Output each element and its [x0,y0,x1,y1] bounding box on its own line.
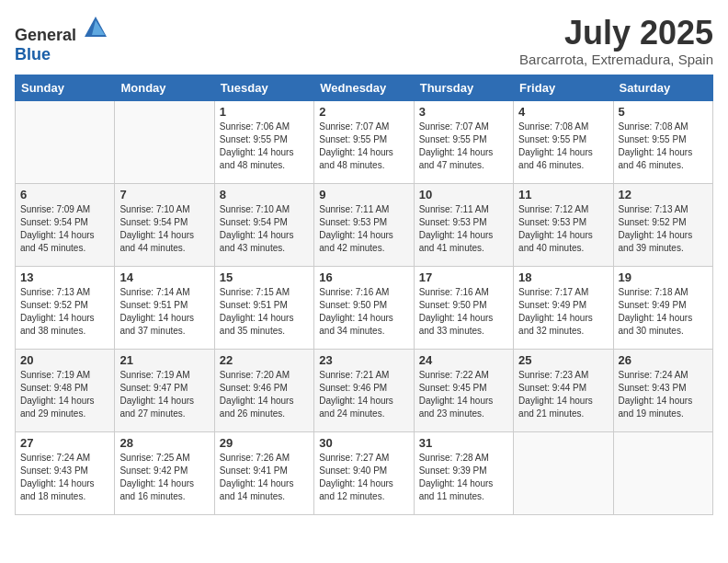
day-info: Sunrise: 7:17 AMSunset: 9:49 PMDaylight:… [518,286,608,338]
day-number: 8 [220,188,309,201]
calendar-cell: 8Sunrise: 7:10 AMSunset: 9:54 PMDaylight… [214,183,313,266]
day-number: 30 [319,436,408,450]
day-number: 10 [419,188,508,201]
day-number: 25 [518,353,608,367]
day-number: 2 [319,105,408,119]
day-header-monday: Monday [115,75,214,100]
day-info: Sunrise: 7:24 AMSunset: 9:43 PMDaylight:… [619,369,708,420]
day-info: Sunrise: 7:13 AMSunset: 9:52 PMDaylight:… [20,286,109,338]
calendar-cell: 6Sunrise: 7:09 AMSunset: 9:54 PMDaylight… [16,183,115,266]
calendar-cell: 23Sunrise: 7:21 AMSunset: 9:46 PMDayligh… [314,349,414,431]
day-info: Sunrise: 7:16 AMSunset: 9:50 PMDaylight:… [419,286,508,338]
title-area: July 2025 Barcarrota, Extremadura, Spain [519,15,713,67]
day-number: 15 [220,270,309,284]
calendar-cell: 12Sunrise: 7:13 AMSunset: 9:52 PMDayligh… [613,183,712,266]
day-info: Sunrise: 7:08 AMSunset: 9:55 PMDaylight:… [518,121,608,172]
month-title: July 2025 [519,15,713,52]
day-number: 31 [419,436,508,450]
calendar-cell: 14Sunrise: 7:14 AMSunset: 9:51 PMDayligh… [115,266,214,349]
day-info: Sunrise: 7:25 AMSunset: 9:42 PMDaylight:… [119,452,209,503]
calendar-cell [613,431,712,514]
calendar-cell: 26Sunrise: 7:24 AMSunset: 9:43 PMDayligh… [613,349,712,431]
calendar-cell: 3Sunrise: 7:07 AMSunset: 9:55 PMDaylight… [414,100,513,183]
calendar-week-2: 6Sunrise: 7:09 AMSunset: 9:54 PMDaylight… [16,183,713,266]
calendar-cell: 31Sunrise: 7:28 AMSunset: 9:39 PMDayligh… [414,431,513,514]
day-number: 14 [119,270,209,284]
day-info: Sunrise: 7:27 AMSunset: 9:40 PMDaylight:… [319,452,408,503]
day-info: Sunrise: 7:13 AMSunset: 9:52 PMDaylight:… [619,203,708,255]
calendar-cell: 4Sunrise: 7:08 AMSunset: 9:55 PMDaylight… [514,100,613,183]
day-header-saturday: Saturday [613,75,712,100]
calendar-cell: 9Sunrise: 7:11 AMSunset: 9:53 PMDaylight… [314,183,414,266]
day-number: 3 [419,105,508,119]
day-number: 22 [220,353,309,367]
calendar-cell: 5Sunrise: 7:08 AMSunset: 9:55 PMDaylight… [613,100,712,183]
day-number: 1 [220,105,309,119]
day-info: Sunrise: 7:06 AMSunset: 9:55 PMDaylight:… [220,121,309,172]
day-info: Sunrise: 7:24 AMSunset: 9:43 PMDaylight:… [20,452,109,503]
day-number: 19 [619,270,708,284]
calendar-cell: 10Sunrise: 7:11 AMSunset: 9:53 PMDayligh… [414,183,513,266]
day-info: Sunrise: 7:11 AMSunset: 9:53 PMDaylight:… [319,203,408,255]
logo-general: General [15,26,76,44]
calendar-cell: 30Sunrise: 7:27 AMSunset: 9:40 PMDayligh… [314,431,414,514]
calendar-cell: 22Sunrise: 7:20 AMSunset: 9:46 PMDayligh… [214,349,313,431]
day-number: 27 [20,436,109,450]
day-info: Sunrise: 7:07 AMSunset: 9:55 PMDaylight:… [419,121,508,172]
day-info: Sunrise: 7:18 AMSunset: 9:49 PMDaylight:… [619,286,708,338]
calendar-cell: 13Sunrise: 7:13 AMSunset: 9:52 PMDayligh… [16,266,115,349]
day-info: Sunrise: 7:22 AMSunset: 9:45 PMDaylight:… [419,369,508,420]
day-info: Sunrise: 7:20 AMSunset: 9:46 PMDaylight:… [220,369,309,420]
calendar-week-4: 20Sunrise: 7:19 AMSunset: 9:48 PMDayligh… [16,349,713,431]
calendar-cell: 24Sunrise: 7:22 AMSunset: 9:45 PMDayligh… [414,349,513,431]
calendar-cell: 27Sunrise: 7:24 AMSunset: 9:43 PMDayligh… [16,431,115,514]
calendar-week-3: 13Sunrise: 7:13 AMSunset: 9:52 PMDayligh… [16,266,713,349]
day-number: 11 [518,188,608,201]
day-number: 28 [119,436,209,450]
calendar-table: SundayMondayTuesdayWednesdayThursdayFrid… [15,75,713,515]
day-number: 20 [20,353,109,367]
calendar-cell [115,100,214,183]
logo: General Blue [15,15,108,64]
calendar-cell: 15Sunrise: 7:15 AMSunset: 9:51 PMDayligh… [214,266,313,349]
day-info: Sunrise: 7:10 AMSunset: 9:54 PMDaylight:… [119,203,209,255]
logo-text: General Blue [15,15,108,64]
day-header-friday: Friday [514,75,613,100]
calendar-cell: 1Sunrise: 7:06 AMSunset: 9:55 PMDaylight… [214,100,313,183]
day-info: Sunrise: 7:08 AMSunset: 9:55 PMDaylight:… [619,121,708,172]
day-info: Sunrise: 7:15 AMSunset: 9:51 PMDaylight:… [220,286,309,338]
calendar-cell: 25Sunrise: 7:23 AMSunset: 9:44 PMDayligh… [514,349,613,431]
day-number: 5 [619,105,708,119]
calendar-week-1: 1Sunrise: 7:06 AMSunset: 9:55 PMDaylight… [16,100,713,183]
calendar-cell: 17Sunrise: 7:16 AMSunset: 9:50 PMDayligh… [414,266,513,349]
day-number: 9 [319,188,408,201]
location-title: Barcarrota, Extremadura, Spain [519,52,713,67]
day-info: Sunrise: 7:09 AMSunset: 9:54 PMDaylight:… [20,203,109,255]
day-number: 21 [119,353,209,367]
calendar-header-row: SundayMondayTuesdayWednesdayThursdayFrid… [16,75,713,100]
day-header-sunday: Sunday [16,75,115,100]
day-number: 24 [419,353,508,367]
calendar-cell [16,100,115,183]
day-header-wednesday: Wednesday [314,75,414,100]
day-number: 16 [319,270,408,284]
day-info: Sunrise: 7:16 AMSunset: 9:50 PMDaylight:… [319,286,408,338]
day-number: 13 [20,270,109,284]
day-info: Sunrise: 7:19 AMSunset: 9:48 PMDaylight:… [20,369,109,420]
day-number: 23 [319,353,408,367]
calendar-cell: 16Sunrise: 7:16 AMSunset: 9:50 PMDayligh… [314,266,414,349]
day-info: Sunrise: 7:07 AMSunset: 9:55 PMDaylight:… [319,121,408,172]
day-number: 26 [619,353,708,367]
day-header-thursday: Thursday [414,75,513,100]
day-info: Sunrise: 7:12 AMSunset: 9:53 PMDaylight:… [518,203,608,255]
day-info: Sunrise: 7:14 AMSunset: 9:51 PMDaylight:… [119,286,209,338]
calendar-cell: 28Sunrise: 7:25 AMSunset: 9:42 PMDayligh… [115,431,214,514]
day-info: Sunrise: 7:28 AMSunset: 9:39 PMDaylight:… [419,452,508,503]
day-number: 18 [518,270,608,284]
calendar-cell: 19Sunrise: 7:18 AMSunset: 9:49 PMDayligh… [613,266,712,349]
day-number: 4 [518,105,608,119]
day-header-tuesday: Tuesday [214,75,313,100]
calendar-cell: 21Sunrise: 7:19 AMSunset: 9:47 PMDayligh… [115,349,214,431]
day-number: 17 [419,270,508,284]
logo-blue: Blue [15,45,51,63]
